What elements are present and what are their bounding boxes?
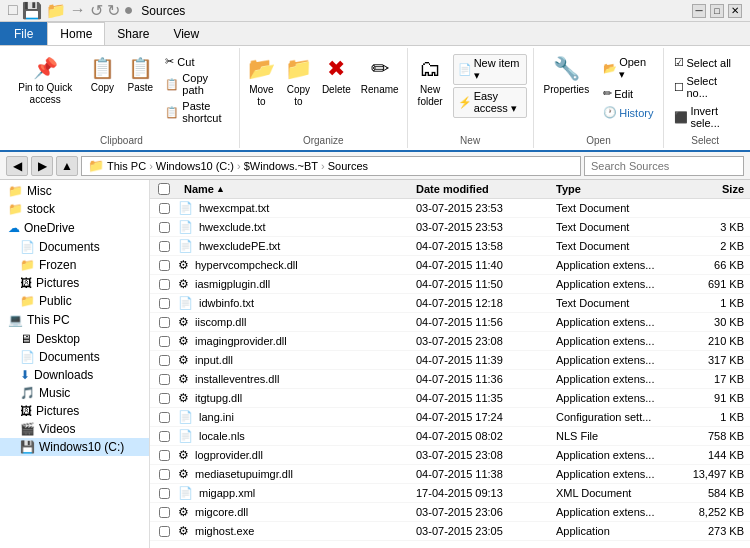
table-row[interactable]: ⚙ input.dll 04-07-2015 11:39 Application…: [150, 351, 750, 370]
tab-view[interactable]: View: [161, 22, 211, 45]
table-row[interactable]: ⚙ installeventres.dll 04-07-2015 11:36 A…: [150, 370, 750, 389]
forward-button[interactable]: ▶: [31, 156, 53, 176]
up-button[interactable]: ▲: [56, 156, 78, 176]
file-icon: 📄: [178, 239, 193, 253]
pin-icon: 📌: [31, 54, 59, 82]
table-row[interactable]: ⚙ logprovider.dll 03-07-2015 23:08 Appli…: [150, 446, 750, 465]
sidebar-item-documents[interactable]: 📄 Documents: [0, 348, 149, 366]
file-icon: 📄: [178, 486, 193, 500]
table-row[interactable]: ⚙ iiscomp.dll 04-07-2015 11:56 Applicati…: [150, 313, 750, 332]
sidebar-item-desktop[interactable]: 🖥 Desktop: [0, 330, 149, 348]
table-row[interactable]: 📄 migapp.xml 17-04-2015 09:13 XML Docume…: [150, 484, 750, 503]
open-button[interactable]: 📂 Open ▾: [599, 54, 657, 83]
table-row[interactable]: ⚙ itgtupg.dll 04-07-2015 11:35 Applicati…: [150, 389, 750, 408]
col-header-check[interactable]: [150, 180, 178, 198]
copy-to-button[interactable]: 📁 Copyto: [281, 50, 316, 112]
path-windowsbt: $Windows.~BT: [244, 160, 318, 172]
sidebar-item-pictures-od[interactable]: 🖼 Pictures: [0, 274, 149, 292]
address-path[interactable]: 📁 This PC › Windows10 (C:) › $Windows.~B…: [81, 156, 581, 176]
col-header-type[interactable]: Type: [550, 180, 680, 198]
main-area: 📁 Misc 📁 stock ☁ OneDrive 📄 Documents 📁 …: [0, 180, 750, 548]
window-controls[interactable]: ─ □ ✕: [692, 4, 742, 18]
new-folder-button[interactable]: 🗂 Newfolder: [412, 50, 449, 112]
sidebar-item-frozen[interactable]: 📁 Frozen: [0, 256, 149, 274]
table-row[interactable]: 📄 hwexcmpat.txt 03-07-2015 23:53 Text Do…: [150, 199, 750, 218]
table-row[interactable]: 📄 idwbinfo.txt 04-07-2015 12:18 Text Doc…: [150, 294, 750, 313]
sidebar-item-onedrive[interactable]: ☁ OneDrive: [0, 218, 149, 238]
search-input[interactable]: [584, 156, 744, 176]
copy-path-icon: 📋: [165, 78, 179, 91]
sidebar-item-videos[interactable]: 🎬 Videos: [0, 420, 149, 438]
file-icon: ⚙: [178, 277, 189, 291]
path-sources: Sources: [328, 160, 368, 172]
cut-button[interactable]: ✂ Cut: [162, 54, 233, 69]
select-none-button[interactable]: ☐ Select no...: [670, 73, 740, 101]
ribbon-group-new: 🗂 Newfolder 📄 New item ▾ ⚡ Easy access ▾…: [408, 48, 534, 148]
sidebar-item-downloads[interactable]: ⬇ Downloads: [0, 366, 149, 384]
table-row[interactable]: 📄 hwexcludePE.txt 04-07-2015 13:58 Text …: [150, 237, 750, 256]
copy-button[interactable]: 📋 Copy: [84, 50, 120, 97]
file-icon: ⚙: [178, 353, 189, 367]
sidebar-item-documents-od[interactable]: 📄 Documents: [0, 238, 149, 256]
sidebar-item-thispc[interactable]: 💻 This PC: [0, 310, 149, 330]
table-row[interactable]: ⚙ hypervcompcheck.dll 04-07-2015 11:40 A…: [150, 256, 750, 275]
new-item-button[interactable]: 📄 New item ▾: [453, 54, 527, 85]
title-text: Sources: [141, 4, 692, 18]
table-row[interactable]: ⚙ mediasetupuimgr.dll 04-07-2015 11:38 A…: [150, 465, 750, 484]
file-icon: ⚙: [178, 467, 189, 481]
file-icon: 📄: [178, 429, 193, 443]
videos-icon: 🎬: [20, 422, 35, 436]
folder-icon: 📁: [88, 158, 104, 173]
tab-share[interactable]: Share: [105, 22, 161, 45]
table-row[interactable]: ⚙ mighost.exe 03-07-2015 23:05 Applicati…: [150, 522, 750, 541]
properties-button[interactable]: 🔧 Properties: [538, 50, 596, 99]
select-all-button[interactable]: ☑ Select all: [670, 54, 740, 71]
table-row[interactable]: 📄 hwexclude.txt 03-07-2015 23:53 Text Do…: [150, 218, 750, 237]
table-row[interactable]: ⚙ imagingprovider.dll 03-07-2015 23:08 A…: [150, 332, 750, 351]
sidebar-item-windows10[interactable]: 💾 Windows10 (C:): [0, 438, 149, 456]
paste-shortcut-button[interactable]: 📋 Paste shortcut: [162, 99, 233, 125]
file-icon: ⚙: [178, 391, 189, 405]
col-header-size[interactable]: Size: [680, 180, 750, 198]
copy-path-button[interactable]: 📋 Copy path: [162, 71, 233, 97]
ribbon-tabs: File Home Share View: [0, 22, 750, 46]
drive-icon: 💾: [20, 440, 35, 454]
table-row[interactable]: ⚙ iasmigplugin.dll 04-07-2015 11:50 Appl…: [150, 275, 750, 294]
sidebar-item-misc[interactable]: 📁 Misc: [0, 182, 149, 200]
tab-file[interactable]: File: [0, 22, 47, 45]
organize-label: Organize: [244, 135, 403, 146]
computer-icon: 💻: [8, 313, 23, 327]
easy-access-icon: ⚡: [458, 96, 472, 109]
edit-button[interactable]: ✏ Edit: [599, 85, 657, 102]
table-row[interactable]: 📄 locale.nls 04-07-2015 08:02 NLS File 7…: [150, 427, 750, 446]
move-to-button[interactable]: 📂 Moveto: [244, 50, 279, 112]
address-bar: ◀ ▶ ▲ 📁 This PC › Windows10 (C:) › $Wind…: [0, 152, 750, 180]
documents-icon: 📄: [20, 240, 35, 254]
sidebar-item-pictures[interactable]: 🖼 Pictures: [0, 402, 149, 420]
ribbon-group-organize: 📂 Moveto 📁 Copyto ✖ Delete ✏ Rename Orga…: [240, 48, 408, 148]
col-header-name[interactable]: Name ▲: [178, 180, 410, 198]
file-icon: ⚙: [178, 334, 189, 348]
file-icon: 📄: [178, 296, 193, 310]
delete-button[interactable]: ✖ Delete: [318, 50, 355, 99]
pin-to-quick-access-button[interactable]: 📌 Pin to Quick access: [8, 50, 82, 110]
sidebar-item-public[interactable]: 📁 Public: [0, 292, 149, 310]
new-label: New: [412, 135, 529, 146]
select-none-icon: ☐: [674, 81, 684, 94]
rename-button[interactable]: ✏ Rename: [357, 50, 403, 99]
tab-home[interactable]: Home: [47, 22, 105, 45]
back-button[interactable]: ◀: [6, 156, 28, 176]
paste-button[interactable]: 📋 Paste: [122, 50, 158, 97]
history-button[interactable]: 🕐 History: [599, 104, 657, 121]
table-row[interactable]: 📄 lang.ini 04-07-2015 17:24 Configuratio…: [150, 408, 750, 427]
sidebar-item-stock[interactable]: 📁 stock: [0, 200, 149, 218]
file-icon: ⚙: [178, 448, 189, 462]
invert-selection-button[interactable]: ⬛ Invert sele...: [670, 103, 740, 131]
easy-access-button[interactable]: ⚡ Easy access ▾: [453, 87, 527, 118]
table-row[interactable]: ⚙ migcore.dll 03-07-2015 23:06 Applicati…: [150, 503, 750, 522]
file-icon: 📄: [178, 410, 193, 424]
col-header-date[interactable]: Date modified: [410, 180, 550, 198]
pictures-icon: 🖼: [20, 276, 32, 290]
file-icon: ⚙: [178, 372, 189, 386]
sidebar-item-music[interactable]: 🎵 Music: [0, 384, 149, 402]
